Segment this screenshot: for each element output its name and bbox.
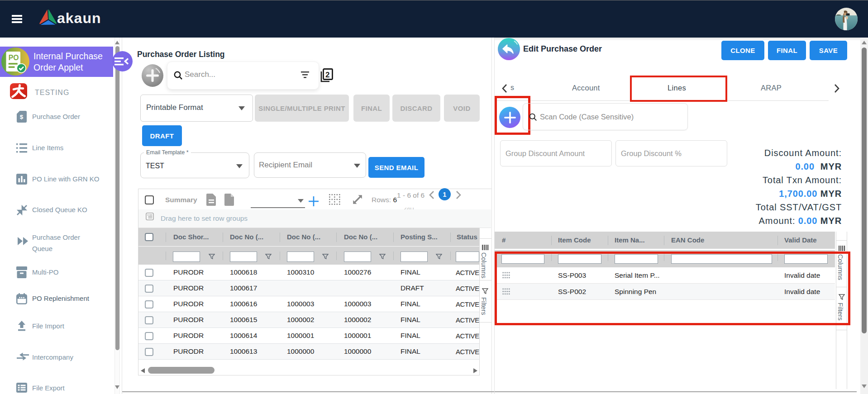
svg-text:PO: PO xyxy=(9,54,19,62)
svg-text:$: $ xyxy=(20,114,24,120)
svg-text:2: 2 xyxy=(325,71,329,79)
